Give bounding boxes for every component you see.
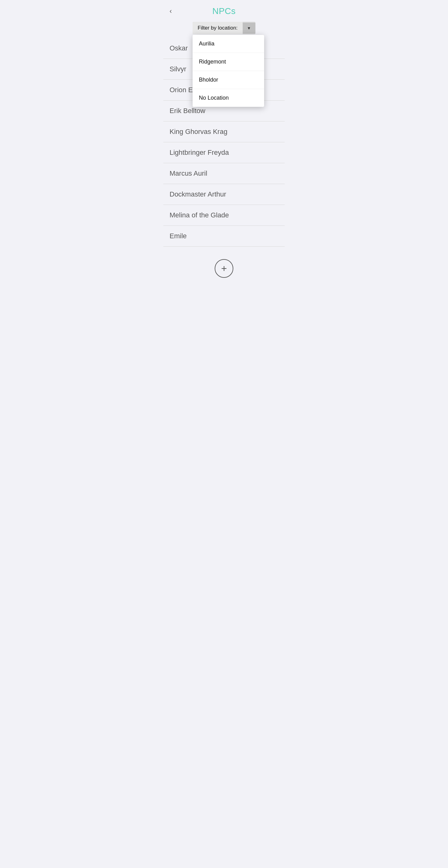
npc-item-marcus[interactable]: Marcus Auril xyxy=(163,163,285,184)
dropdown-item-no-location[interactable]: No Location xyxy=(193,89,264,107)
npc-item-lightbringer[interactable]: Lightbringer Freyda xyxy=(163,142,285,163)
filter-arrow-button[interactable] xyxy=(243,23,255,34)
filter-dropdown-wrapper: Filter by location: Aurilia Ridgemont Bh… xyxy=(193,22,255,34)
add-button-wrapper: + xyxy=(163,247,285,287)
npc-item-king-ghorvas[interactable]: King Ghorvas Krag xyxy=(163,121,285,142)
dropdown-item-ridgemont[interactable]: Ridgemont xyxy=(193,53,264,71)
add-npc-button[interactable]: + xyxy=(215,259,233,278)
npc-item-emile[interactable]: Emile xyxy=(163,226,285,247)
npc-item-melina[interactable]: Melina of the Glade xyxy=(163,205,285,226)
dropdown-menu: Aurilia Ridgemont Bholdor No Location xyxy=(193,35,264,107)
back-button[interactable]: ‹ xyxy=(170,8,172,14)
filter-select[interactable]: Filter by location: xyxy=(193,22,255,34)
npc-item-dockmaster[interactable]: Dockmaster Arthur xyxy=(163,184,285,205)
page-title: NPCs xyxy=(212,6,236,16)
filter-label: Filter by location: xyxy=(193,22,243,34)
filter-bar: Filter by location: Aurilia Ridgemont Bh… xyxy=(163,19,285,38)
header: ‹ NPCs xyxy=(163,0,285,19)
dropdown-item-bholdor[interactable]: Bholdor xyxy=(193,71,264,89)
dropdown-item-aurilia[interactable]: Aurilia xyxy=(193,35,264,53)
plus-icon: + xyxy=(221,264,227,274)
